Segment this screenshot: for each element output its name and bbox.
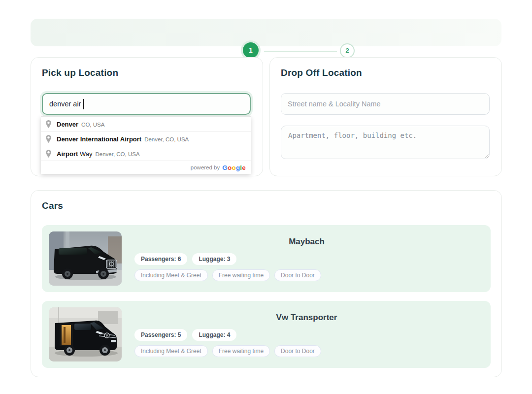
cars-title: Cars (42, 200, 63, 211)
step-indicator-1: 1 (243, 42, 259, 58)
feature-badge: Including Meet & Greet (134, 269, 208, 281)
suggestion-airport-way[interactable]: Airport WayDenver, CO, USA (41, 146, 251, 161)
feature-badge: Door to Door (274, 269, 321, 281)
luggage-badge: Luggage: 4 (192, 329, 236, 341)
suggestion-secondary: Denver, CO, USA (144, 136, 189, 142)
suggestion-denver-international-airport[interactable]: Denver International AirportDenver, CO, … (41, 131, 251, 146)
car-name: Vw Transporter (129, 313, 485, 323)
suggestion-main: Denver International Airport (57, 135, 141, 143)
feature-badge: Door to Door (274, 345, 321, 357)
suggestion-secondary: CO, USA (81, 122, 104, 128)
feature-badge: Including Meet & Greet (134, 345, 208, 357)
suggestion-main: Airport (57, 150, 78, 158)
powered-by-label: powered by (191, 164, 220, 170)
step-connector (264, 51, 337, 52)
suggestion-denver[interactable]: DenverCO, USA (41, 117, 251, 131)
stepper-bar: 1 2 (31, 19, 501, 46)
dropoff-street-input[interactable] (281, 93, 490, 115)
dropoff-title: Drop Off Location (281, 67, 362, 78)
suggestion-main: Denver (57, 121, 78, 128)
cars-section: Cars (31, 190, 502, 377)
car-card-maybach[interactable]: Maybach Passengers: 6 Luggage: 3 Includi… (42, 225, 491, 292)
map-pin-icon (45, 149, 52, 158)
places-autocomplete-dropdown: DenverCO, USA Denver International Airpo… (41, 116, 251, 174)
powered-by-google: powered by Google (41, 161, 251, 174)
pickup-location-input[interactable] (42, 93, 251, 115)
feature-badges: Including Meet & Greet Free waiting time… (134, 345, 321, 357)
feature-badges: Including Meet & Greet Free waiting time… (134, 269, 321, 281)
car-name: Maybach (129, 237, 485, 247)
map-pin-icon (45, 120, 52, 129)
luggage-badge: Luggage: 3 (192, 253, 236, 265)
dropoff-location-card: Drop Off Location (269, 57, 502, 176)
feature-badge: Free waiting time (212, 345, 270, 357)
car-image-vw-transporter (49, 307, 122, 361)
passengers-badge: Passengers: 6 (134, 253, 187, 265)
feature-badge: Free waiting time (212, 269, 270, 281)
dropoff-details-textarea[interactable] (281, 126, 490, 159)
map-pin-icon (45, 134, 52, 143)
car-card-vw-transporter[interactable]: Vw Transporter Passengers: 5 Luggage: 4 … (42, 301, 491, 368)
capacity-badges: Passengers: 6 Luggage: 3 (134, 253, 236, 265)
step-indicator-2: 2 (340, 43, 355, 58)
google-logo: Google (222, 163, 246, 172)
suggestion-secondary: Denver, CO, USA (95, 151, 139, 157)
car-image-maybach (49, 231, 122, 286)
passengers-badge: Passengers: 5 (134, 329, 187, 341)
pickup-title: Pick up Location (42, 67, 118, 78)
capacity-badges: Passengers: 5 Luggage: 4 (134, 329, 236, 341)
text-caret (83, 99, 84, 109)
